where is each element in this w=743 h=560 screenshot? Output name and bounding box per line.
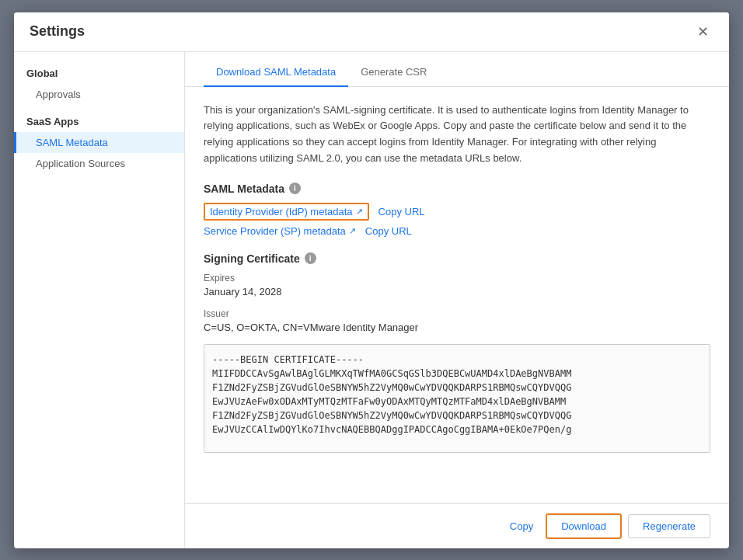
sidebar-item-application-sources[interactable]: Application Sources <box>14 153 184 174</box>
expires-field: Expires January 14, 2028 <box>204 273 710 297</box>
tab-download-saml[interactable]: Download SAML Metadata <box>204 58 348 87</box>
sp-metadata-link[interactable]: Service Provider (SP) metadata ↗ <box>204 225 356 237</box>
description-text: This is your organization's SAML-signing… <box>204 103 710 167</box>
idp-metadata-row: Identity Provider (IdP) metadata ↗ Copy … <box>204 203 710 221</box>
idp-metadata-link[interactable]: Identity Provider (IdP) metadata ↗ <box>204 203 369 221</box>
saml-metadata-info-icon[interactable]: i <box>289 183 301 194</box>
modal-footer: Copy Download Regenerate <box>185 503 729 548</box>
expires-label: Expires <box>204 273 710 283</box>
tab-bar: Download SAML Metadata Generate CSR <box>185 58 729 87</box>
copy-button[interactable]: Copy <box>504 515 539 537</box>
certificate-textarea[interactable] <box>204 344 710 453</box>
sp-copy-url-button[interactable]: Copy URL <box>365 225 412 237</box>
tab-generate-csr[interactable]: Generate CSR <box>348 58 439 87</box>
signing-certificate-section: Signing Certificate i Expires January 14… <box>204 252 710 455</box>
issuer-label: Issuer <box>204 308 710 319</box>
expires-value: January 14, 2028 <box>204 286 710 297</box>
sp-metadata-row: Service Provider (SP) metadata ↗ Copy UR… <box>204 225 710 237</box>
modal-title: Settings <box>30 23 85 40</box>
idp-copy-url-button[interactable]: Copy URL <box>378 206 425 217</box>
sidebar-section-global: Global <box>14 64 184 84</box>
regenerate-button[interactable]: Regenerate <box>628 514 710 538</box>
download-button[interactable]: Download <box>546 513 622 539</box>
sidebar-item-approvals[interactable]: Approvals <box>14 84 184 105</box>
modal-body: Global Approvals SaaS Apps SAML Metadata… <box>14 52 729 548</box>
settings-modal: Settings ✕ Global Approvals SaaS Apps SA… <box>14 12 729 548</box>
external-link-icon-idp: ↗ <box>356 207 363 217</box>
sidebar: Global Approvals SaaS Apps SAML Metadata… <box>14 52 185 548</box>
signing-certificate-title: Signing Certificate i <box>204 252 710 265</box>
close-button[interactable]: ✕ <box>692 23 713 40</box>
signing-cert-info-icon[interactable]: i <box>305 252 316 264</box>
external-link-icon-sp: ↗ <box>349 226 356 236</box>
modal-header: Settings ✕ <box>14 12 729 52</box>
saml-metadata-title: SAML Metadata i <box>204 183 710 195</box>
saml-metadata-section: SAML Metadata i Identity Provider (IdP) … <box>204 183 710 237</box>
main-content: Download SAML Metadata Generate CSR This… <box>185 52 729 548</box>
issuer-value: C=US, O=OKTA, CN=VMware Identity Manager <box>204 322 710 333</box>
issuer-field: Issuer C=US, O=OKTA, CN=VMware Identity … <box>204 308 710 333</box>
content-body: This is your organization's SAML-signing… <box>185 87 729 503</box>
certificate-textarea-wrapper <box>204 344 710 455</box>
sidebar-item-saml-metadata[interactable]: SAML Metadata <box>14 132 184 153</box>
sidebar-section-saas-apps: SaaS Apps <box>14 113 184 132</box>
